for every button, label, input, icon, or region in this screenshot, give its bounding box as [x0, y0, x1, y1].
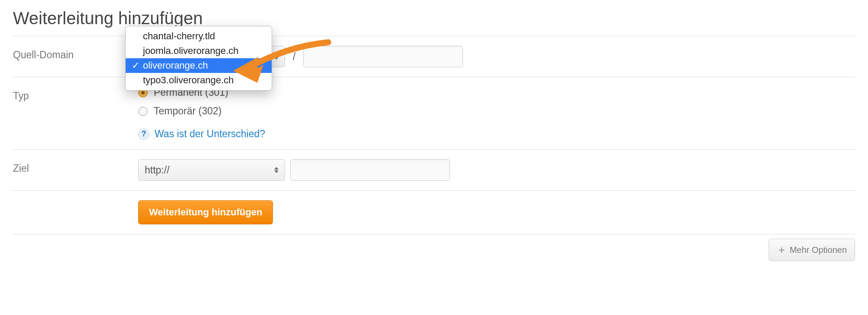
svg-marker-3 [274, 57, 279, 60]
domain-option[interactable]: typo3.oliverorange.ch [126, 73, 272, 88]
protocol-selected-value: http:// [145, 164, 170, 176]
page-title: Weiterleitung hinzufügen [13, 9, 855, 28]
label-source-domain: Quell-Domain [13, 46, 138, 61]
svg-marker-4 [274, 167, 279, 170]
radio-temporary-label: Temporär (302) [154, 105, 222, 117]
help-icon[interactable]: ? [138, 129, 149, 140]
help-link[interactable]: Was ist der Unterschied? [155, 128, 265, 140]
svg-marker-5 [274, 170, 279, 173]
label-target: Ziel [13, 159, 138, 174]
domain-dropdown-list[interactable]: chantal-cherry.tld joomla.oliverorange.c… [125, 26, 272, 91]
target-url-input[interactable] [290, 159, 450, 181]
path-input[interactable] [303, 46, 463, 67]
submit-button[interactable]: Weiterleitung hinzufügen [138, 200, 273, 224]
plus-icon: ＋ [777, 243, 786, 256]
svg-marker-2 [274, 54, 279, 56]
protocol-select[interactable]: http:// [138, 159, 285, 181]
domain-option[interactable]: joomla.oliverorange.ch [126, 44, 272, 58]
label-type: Typ [13, 87, 138, 102]
more-options-label: Mehr Optionen [790, 245, 847, 255]
row-target: Ziel http:// [13, 149, 855, 191]
radio-temporary[interactable] [138, 107, 148, 116]
domain-option-selected[interactable]: oliverorange.ch [126, 58, 272, 73]
domain-option[interactable]: chantal-cherry.tld [126, 29, 272, 44]
path-separator: / [290, 51, 298, 63]
updown-caret-icon [274, 54, 279, 60]
more-options-button[interactable]: ＋ Mehr Optionen [769, 239, 855, 261]
updown-caret-icon [274, 167, 279, 173]
